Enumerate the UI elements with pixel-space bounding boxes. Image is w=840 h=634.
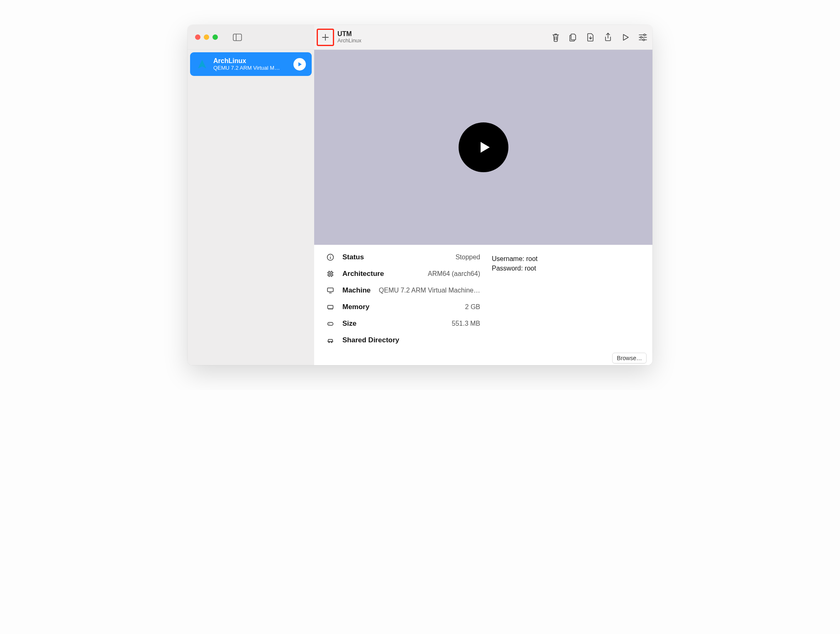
memory-icon <box>327 303 335 311</box>
svg-rect-19 <box>328 272 332 276</box>
detail-value: Stopped <box>455 254 480 261</box>
detail-label: Status <box>342 253 364 261</box>
share-button[interactable] <box>603 33 613 42</box>
clone-button[interactable] <box>569 33 578 42</box>
svg-point-10 <box>640 37 642 38</box>
svg-point-8 <box>644 34 645 36</box>
detail-row-memory: Memory 2 GB <box>327 303 480 311</box>
svg-point-12 <box>643 39 645 41</box>
svg-point-18 <box>330 256 331 256</box>
play-icon <box>473 137 494 158</box>
title-stack: UTM ArchLinux <box>337 30 361 44</box>
sidebar: ArchLinux QEMU 7.2 ARM Virtual M… <box>188 50 314 365</box>
detail-value: ARM64 (aarch64) <box>428 270 480 278</box>
add-vm-button[interactable] <box>317 29 334 46</box>
close-window-button[interactable] <box>195 34 200 40</box>
vm-details: Status Stopped Architecture ARM64 (aarch… <box>314 245 652 365</box>
traffic-lights <box>195 34 218 40</box>
sidebar-item-play-button[interactable] <box>293 58 306 71</box>
settings-button[interactable] <box>638 33 647 42</box>
detail-row-size: Size 551.3 MB <box>327 319 480 328</box>
car-icon <box>327 337 335 344</box>
disk-icon <box>327 320 335 327</box>
notes-password: Password: root <box>492 263 537 273</box>
sliders-icon <box>638 33 647 41</box>
fullscreen-window-button[interactable] <box>212 34 218 40</box>
detail-value: 551.3 MB <box>452 320 480 327</box>
app-title: UTM <box>337 30 361 38</box>
plus-icon <box>321 33 330 41</box>
app-window: UTM ArchLinux <box>188 25 652 365</box>
sidebar-toggle-button[interactable] <box>233 34 242 41</box>
main-panel: Status Stopped Architecture ARM64 (aarch… <box>314 50 652 365</box>
sidebar-item-archlinux[interactable]: ArchLinux QEMU 7.2 ARM Virtual M… <box>190 52 312 76</box>
browse-button[interactable]: Browse… <box>612 353 647 363</box>
svg-rect-0 <box>233 34 242 41</box>
play-outline-icon <box>621 33 630 41</box>
display-icon <box>327 287 335 294</box>
arch-logo-icon <box>196 58 208 71</box>
sidebar-item-name: ArchLinux <box>213 57 288 65</box>
duplicate-icon <box>569 33 578 42</box>
detail-row-status: Status Stopped <box>327 253 480 261</box>
details-list: Status Stopped Architecture ARM64 (aarch… <box>327 253 480 365</box>
sidebar-item-text: ArchLinux QEMU 7.2 ARM Virtual M… <box>213 57 288 71</box>
svg-marker-14 <box>298 62 302 66</box>
detail-row-shared-directory: Shared Directory <box>327 336 480 344</box>
detail-label: Size <box>342 319 357 328</box>
detail-row-architecture: Architecture ARM64 (aarch64) <box>327 270 480 278</box>
app-subtitle: ArchLinux <box>337 38 361 44</box>
cpu-icon <box>327 270 335 278</box>
file-download-icon <box>586 33 595 42</box>
svg-rect-31 <box>328 305 333 309</box>
vm-preview <box>314 50 652 245</box>
detail-value: 2 GB <box>465 303 480 311</box>
detail-label: Memory <box>342 303 369 311</box>
share-icon <box>604 32 612 42</box>
svg-point-37 <box>329 324 330 324</box>
detail-label: Shared Directory <box>342 336 399 344</box>
minimize-window-button[interactable] <box>204 34 209 40</box>
svg-point-38 <box>329 341 330 343</box>
svg-marker-15 <box>481 142 490 153</box>
titlebar-left <box>188 25 314 49</box>
trash-icon <box>552 33 560 42</box>
sidebar-item-subtitle: QEMU 7.2 ARM Virtual M… <box>213 65 288 71</box>
titlebar: UTM ArchLinux <box>188 25 652 50</box>
svg-marker-13 <box>198 60 206 68</box>
info-icon <box>327 254 335 261</box>
svg-rect-20 <box>330 273 331 275</box>
import-button[interactable] <box>586 33 595 42</box>
svg-rect-36 <box>328 322 333 325</box>
notes-username: Username: root <box>492 254 537 263</box>
titlebar-main: UTM ArchLinux <box>314 25 652 49</box>
svg-marker-6 <box>623 34 628 40</box>
body: ArchLinux QEMU 7.2 ARM Virtual M… <box>188 50 652 365</box>
detail-row-machine: Machine QEMU 7.2 ARM Virtual Machine… <box>327 286 480 295</box>
play-icon <box>297 61 303 67</box>
svg-rect-29 <box>327 288 333 292</box>
detail-label: Machine <box>342 286 371 295</box>
vm-notes: Username: root Password: root <box>492 253 537 365</box>
toolbar-right <box>551 33 647 42</box>
run-button[interactable] <box>621 33 630 42</box>
detail-value: QEMU 7.2 ARM Virtual Machine… <box>379 287 480 294</box>
svg-point-39 <box>331 341 332 343</box>
detail-label: Architecture <box>342 270 384 278</box>
preview-play-button[interactable] <box>459 122 508 172</box>
delete-button[interactable] <box>551 33 560 42</box>
